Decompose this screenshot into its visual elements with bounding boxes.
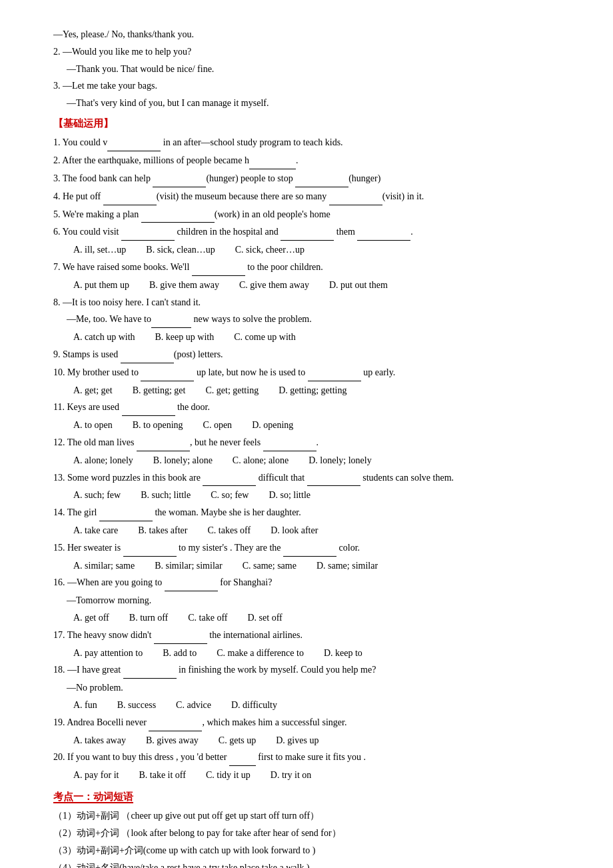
line-would-you: 2. —Would you like me to help you? bbox=[53, 44, 573, 60]
q18-options: A. fun B. success C. advice D. difficult… bbox=[53, 697, 573, 713]
q7-options: A. put them up B. give them away C. give… bbox=[53, 277, 573, 293]
q14-line: 14. The girl the woman. Maybe she is her… bbox=[53, 505, 573, 521]
pt3-line: （3）动词+副词+介词(come up with catch up with l… bbox=[53, 843, 573, 859]
q5-line: 5. We're making a plan (work) in an old … bbox=[53, 207, 573, 223]
q16-options: A. get off B. turn off C. take off D. se… bbox=[53, 610, 573, 626]
q10-options: A. get; get B. getting; get C. get; gett… bbox=[53, 383, 573, 399]
q11-line: 11. Keys are used the door. bbox=[53, 399, 573, 416]
q19-line: 19. Andrea Bocelli never , which makes h… bbox=[53, 715, 573, 731]
kaodian-title: 考点一：动词短语 bbox=[53, 791, 133, 803]
q7-line: 7. We have raised some books. We'll to t… bbox=[53, 259, 573, 276]
q4-line: 4. He put off (visit) the museum because… bbox=[53, 189, 573, 205]
q17-line: 17. The heavy snow didn't the internatio… bbox=[53, 627, 573, 644]
page-content: —Yes, please./ No, thanks/thank you. 2. … bbox=[53, 27, 573, 868]
q18c-line: —No problem. bbox=[53, 680, 573, 696]
q11-options: A. to open B. to opening C. open D. open… bbox=[53, 417, 573, 433]
q6-options: A. ill, set…up B. sick, clean…up C. sick… bbox=[53, 242, 573, 258]
text-yes-please: —Yes, please./ No, thanks/thank you. bbox=[53, 29, 194, 39]
line-let-me: 3. —Let me take your bags. bbox=[53, 78, 573, 94]
text-let-me: 3. —Let me take your bags. bbox=[53, 81, 157, 91]
jichu-label: 【基础运用】 bbox=[53, 118, 113, 129]
q1-line: 1. You could v in an after—school study … bbox=[53, 135, 573, 151]
kaodian-line: 考点一：动词短语 bbox=[53, 789, 573, 806]
line-yes-please: —Yes, please./ No, thanks/thank you. bbox=[53, 27, 573, 43]
q2-line: 2. After the earthquake, millions of peo… bbox=[53, 153, 573, 169]
q16-line: 16. —When are you going to for Shanghai? bbox=[53, 575, 573, 591]
q12-options: A. alone; lonely B. lonely; alone C. alo… bbox=[53, 453, 573, 469]
q15-line: 15. Her sweater is to my sister's . They… bbox=[53, 540, 573, 557]
q3-line: 3. The food bank can help (hunger) peopl… bbox=[53, 171, 573, 187]
pt1-line: （1）动词+副词 （cheer up give out put off get … bbox=[53, 808, 573, 824]
q20-line: 20. If you want to buy this dress , you … bbox=[53, 749, 573, 766]
q17-options: A. pay attention to B. add to C. make a … bbox=[53, 645, 573, 661]
line-thank-you: —Thank you. That would be nice/ fine. bbox=[53, 61, 573, 77]
q19-options: A. takes away B. gives away C. gets up D… bbox=[53, 733, 573, 749]
q20-options: A. pay for it B. take it off C. tidy it … bbox=[53, 767, 573, 783]
q13-options: A. such; few B. such; little C. so; few … bbox=[53, 487, 573, 503]
q16c-line: —Tomorrow morning. bbox=[53, 593, 573, 609]
q9-line: 9. Stamps is used (post) letters. bbox=[53, 347, 573, 363]
q18a-line: 18. —I have great in finishing the work … bbox=[53, 662, 573, 679]
line-thats-kind: —That's very kind of you, but I can mana… bbox=[53, 95, 573, 111]
q10-line: 10. My brother used to up late, but now … bbox=[53, 365, 573, 381]
q13-line: 13. Some word puzzles in this book are d… bbox=[53, 470, 573, 487]
text-thank-you: —Thank you. That would be nice/ fine. bbox=[67, 64, 214, 74]
text-would-you: 2. —Would you like me to help you? bbox=[53, 47, 191, 57]
pt4-line: （4）动词+名词(have/take a rest have a try tak… bbox=[53, 860, 573, 868]
q15-options: A. similar; same B. similar; similar C. … bbox=[53, 558, 573, 574]
q14-options: A. take care B. takes after C. takes off… bbox=[53, 523, 573, 539]
q8-options: A. catch up with B. keep up with C. come… bbox=[53, 329, 573, 345]
q12-line: 12. The old man lives , but he never fee… bbox=[53, 435, 573, 451]
q8b-line: —Me, too. We have to new ways to solve t… bbox=[53, 311, 573, 328]
text-thats-kind: —That's very kind of you, but I can mana… bbox=[67, 98, 269, 108]
q8a-line: 8. —It is too noisy here. I can't stand … bbox=[53, 295, 573, 311]
pt2-line: （2）动词+介词 （look after belong to pay for t… bbox=[53, 825, 573, 841]
q6-line: 6. You could visit children in the hospi… bbox=[53, 224, 573, 241]
jichu-title: 【基础运用】 bbox=[53, 115, 573, 133]
